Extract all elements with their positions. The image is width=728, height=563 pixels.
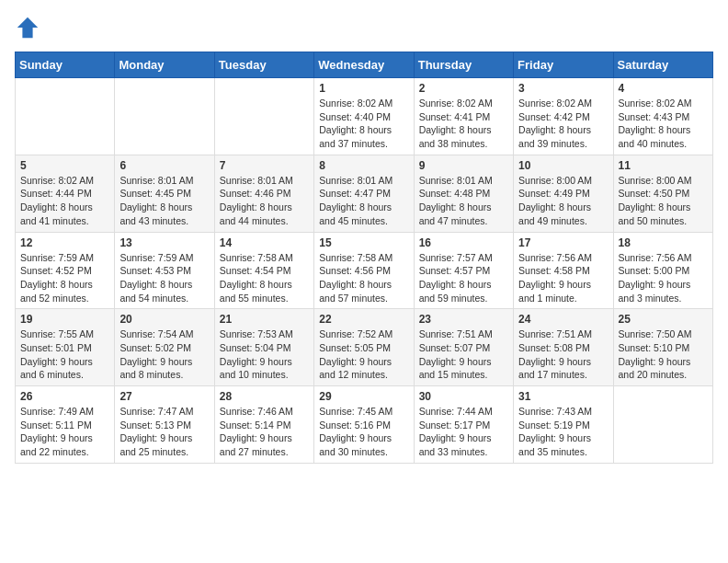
day-number: 3	[518, 82, 608, 95]
calendar-week-row: 12Sunrise: 7:59 AM Sunset: 4:52 PM Dayli…	[16, 232, 713, 309]
day-number: 8	[319, 159, 408, 172]
calendar-cell: 4Sunrise: 8:02 AM Sunset: 4:43 PM Daylig…	[613, 78, 712, 155]
day-number: 20	[119, 313, 209, 326]
calendar-cell: 3Sunrise: 8:02 AM Sunset: 4:42 PM Daylig…	[514, 78, 613, 155]
day-number: 12	[20, 236, 109, 249]
day-number: 23	[419, 313, 508, 326]
day-number: 1	[319, 82, 408, 95]
day-info: Sunrise: 7:45 AM Sunset: 5:16 PM Dayligh…	[319, 405, 408, 459]
day-number: 13	[119, 236, 209, 249]
calendar-cell	[16, 78, 115, 155]
calendar-cell: 9Sunrise: 8:01 AM Sunset: 4:48 PM Daylig…	[414, 155, 513, 232]
page-header	[15, 15, 713, 40]
day-number: 31	[518, 390, 608, 403]
day-number: 7	[220, 159, 309, 172]
day-number: 24	[518, 313, 608, 326]
calendar-week-row: 1Sunrise: 8:02 AM Sunset: 4:40 PM Daylig…	[16, 78, 713, 155]
day-info: Sunrise: 7:58 AM Sunset: 4:56 PM Dayligh…	[319, 251, 408, 305]
calendar-cell: 21Sunrise: 7:53 AM Sunset: 5:04 PM Dayli…	[214, 309, 313, 386]
calendar-cell: 18Sunrise: 7:56 AM Sunset: 5:00 PM Dayli…	[613, 232, 712, 309]
weekday-header: Friday	[514, 52, 613, 78]
calendar-header: SundayMondayTuesdayWednesdayThursdayFrid…	[16, 52, 713, 78]
day-info: Sunrise: 7:51 AM Sunset: 5:07 PM Dayligh…	[419, 327, 508, 382]
calendar-cell: 28Sunrise: 7:46 AM Sunset: 5:14 PM Dayli…	[214, 386, 313, 464]
calendar-cell: 12Sunrise: 7:59 AM Sunset: 4:52 PM Dayli…	[16, 232, 115, 309]
calendar-cell: 15Sunrise: 7:58 AM Sunset: 4:56 PM Dayli…	[314, 232, 414, 309]
calendar-cell: 14Sunrise: 7:58 AM Sunset: 4:54 PM Dayli…	[214, 232, 313, 309]
svg-marker-0	[17, 17, 38, 38]
calendar-cell: 25Sunrise: 7:50 AM Sunset: 5:10 PM Dayli…	[613, 309, 712, 386]
weekday-header: Tuesday	[214, 52, 313, 78]
day-info: Sunrise: 8:01 AM Sunset: 4:45 PM Dayligh…	[119, 174, 209, 228]
day-info: Sunrise: 7:50 AM Sunset: 5:10 PM Dayligh…	[619, 327, 708, 382]
day-info: Sunrise: 7:58 AM Sunset: 4:54 PM Dayligh…	[220, 251, 309, 305]
day-info: Sunrise: 8:00 AM Sunset: 4:50 PM Dayligh…	[619, 174, 708, 228]
calendar-cell: 13Sunrise: 7:59 AM Sunset: 4:53 PM Dayli…	[115, 232, 214, 309]
day-number: 2	[419, 82, 508, 95]
calendar-cell: 30Sunrise: 7:44 AM Sunset: 5:17 PM Dayli…	[414, 386, 513, 464]
day-info: Sunrise: 8:00 AM Sunset: 4:49 PM Dayligh…	[518, 174, 608, 228]
calendar-cell: 16Sunrise: 7:57 AM Sunset: 4:57 PM Dayli…	[414, 232, 513, 309]
calendar-cell: 23Sunrise: 7:51 AM Sunset: 5:07 PM Dayli…	[414, 309, 513, 386]
day-number: 19	[20, 313, 109, 326]
calendar-cell: 29Sunrise: 7:45 AM Sunset: 5:16 PM Dayli…	[314, 386, 414, 464]
day-number: 6	[119, 159, 209, 172]
calendar-cell: 31Sunrise: 7:43 AM Sunset: 5:19 PM Dayli…	[514, 386, 613, 464]
day-info: Sunrise: 7:59 AM Sunset: 4:53 PM Dayligh…	[119, 251, 209, 305]
day-info: Sunrise: 7:51 AM Sunset: 5:08 PM Dayligh…	[518, 327, 608, 382]
calendar-cell: 26Sunrise: 7:49 AM Sunset: 5:11 PM Dayli…	[16, 386, 115, 464]
day-info: Sunrise: 7:59 AM Sunset: 4:52 PM Dayligh…	[20, 251, 109, 305]
calendar-week-row: 19Sunrise: 7:55 AM Sunset: 5:01 PM Dayli…	[16, 309, 713, 386]
day-info: Sunrise: 8:01 AM Sunset: 4:48 PM Dayligh…	[419, 174, 508, 228]
day-number: 4	[619, 82, 708, 95]
calendar-cell: 10Sunrise: 8:00 AM Sunset: 4:49 PM Dayli…	[514, 155, 613, 232]
day-number: 11	[619, 159, 708, 172]
day-number: 17	[518, 236, 608, 249]
calendar-cell	[214, 78, 313, 155]
weekday-header: Wednesday	[314, 52, 414, 78]
day-info: Sunrise: 7:55 AM Sunset: 5:01 PM Dayligh…	[20, 327, 109, 382]
calendar-cell	[115, 78, 214, 155]
day-number: 9	[419, 159, 508, 172]
day-number: 28	[220, 390, 309, 403]
logo-icon	[15, 15, 40, 40]
day-number: 22	[319, 313, 408, 326]
calendar-cell: 27Sunrise: 7:47 AM Sunset: 5:13 PM Dayli…	[115, 386, 214, 464]
day-number: 26	[20, 390, 109, 403]
day-info: Sunrise: 7:44 AM Sunset: 5:17 PM Dayligh…	[419, 405, 508, 459]
day-number: 27	[119, 390, 209, 403]
day-info: Sunrise: 7:46 AM Sunset: 5:14 PM Dayligh…	[220, 405, 309, 459]
weekday-row: SundayMondayTuesdayWednesdayThursdayFrid…	[16, 52, 713, 78]
day-info: Sunrise: 7:57 AM Sunset: 4:57 PM Dayligh…	[419, 251, 508, 305]
day-info: Sunrise: 7:54 AM Sunset: 5:02 PM Dayligh…	[119, 327, 209, 382]
day-number: 29	[319, 390, 408, 403]
day-info: Sunrise: 7:56 AM Sunset: 5:00 PM Dayligh…	[619, 251, 708, 305]
day-info: Sunrise: 8:02 AM Sunset: 4:40 PM Dayligh…	[319, 97, 408, 151]
day-info: Sunrise: 8:02 AM Sunset: 4:44 PM Dayligh…	[20, 174, 109, 228]
calendar-cell: 24Sunrise: 7:51 AM Sunset: 5:08 PM Dayli…	[514, 309, 613, 386]
calendar-week-row: 5Sunrise: 8:02 AM Sunset: 4:44 PM Daylig…	[16, 155, 713, 232]
day-info: Sunrise: 8:01 AM Sunset: 4:47 PM Dayligh…	[319, 174, 408, 228]
calendar-body: 1Sunrise: 8:02 AM Sunset: 4:40 PM Daylig…	[16, 78, 713, 464]
calendar-cell: 8Sunrise: 8:01 AM Sunset: 4:47 PM Daylig…	[314, 155, 414, 232]
calendar-cell: 5Sunrise: 8:02 AM Sunset: 4:44 PM Daylig…	[16, 155, 115, 232]
calendar-cell: 2Sunrise: 8:02 AM Sunset: 4:41 PM Daylig…	[414, 78, 513, 155]
day-info: Sunrise: 7:49 AM Sunset: 5:11 PM Dayligh…	[20, 405, 109, 459]
calendar-cell: 7Sunrise: 8:01 AM Sunset: 4:46 PM Daylig…	[214, 155, 313, 232]
calendar-cell: 22Sunrise: 7:52 AM Sunset: 5:05 PM Dayli…	[314, 309, 414, 386]
day-number: 25	[619, 313, 708, 326]
calendar-cell: 19Sunrise: 7:55 AM Sunset: 5:01 PM Dayli…	[16, 309, 115, 386]
day-info: Sunrise: 7:47 AM Sunset: 5:13 PM Dayligh…	[119, 405, 209, 459]
day-number: 15	[319, 236, 408, 249]
calendar-cell: 17Sunrise: 7:56 AM Sunset: 4:58 PM Dayli…	[514, 232, 613, 309]
calendar-cell: 6Sunrise: 8:01 AM Sunset: 4:45 PM Daylig…	[115, 155, 214, 232]
calendar-week-row: 26Sunrise: 7:49 AM Sunset: 5:11 PM Dayli…	[16, 386, 713, 464]
weekday-header: Saturday	[613, 52, 712, 78]
day-info: Sunrise: 7:43 AM Sunset: 5:19 PM Dayligh…	[518, 405, 608, 459]
day-info: Sunrise: 8:01 AM Sunset: 4:46 PM Dayligh…	[220, 174, 309, 228]
calendar-cell: 11Sunrise: 8:00 AM Sunset: 4:50 PM Dayli…	[613, 155, 712, 232]
day-info: Sunrise: 7:53 AM Sunset: 5:04 PM Dayligh…	[220, 327, 309, 382]
day-number: 18	[619, 236, 708, 249]
logo	[15, 15, 44, 40]
day-number: 16	[419, 236, 508, 249]
